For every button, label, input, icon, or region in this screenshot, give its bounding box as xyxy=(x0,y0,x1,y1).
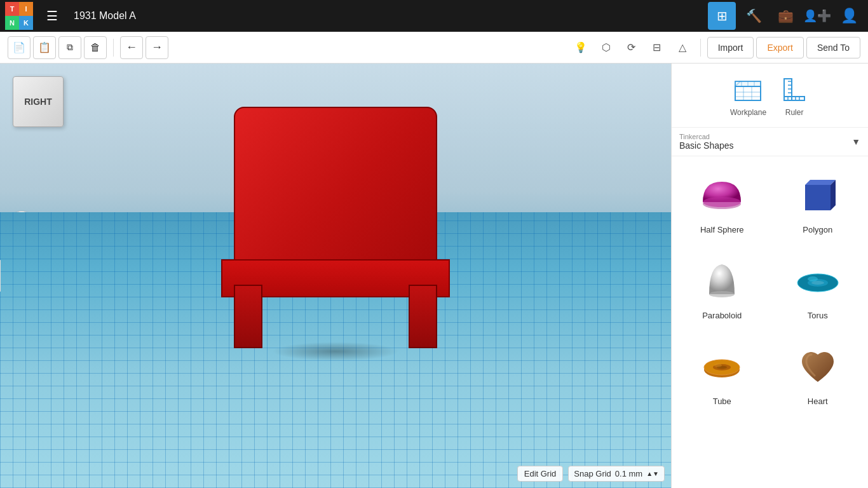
shape-item-heart[interactable]: Heart xyxy=(773,333,864,414)
redo-icon: → xyxy=(151,41,163,54)
svg-rect-0 xyxy=(735,86,761,100)
tools-view-icon: 🔨 xyxy=(746,8,762,24)
svg-point-35 xyxy=(808,276,818,281)
export-button[interactable]: Export xyxy=(756,37,803,58)
shape-item-polygon[interactable]: Polygon xyxy=(773,161,864,242)
selector-category: Tinkercad xyxy=(679,133,846,140)
polygon-label: Polygon xyxy=(803,225,832,234)
briefcase-view-button[interactable]: 💼 xyxy=(771,2,799,30)
svg-marker-27 xyxy=(805,180,836,185)
tube-icon xyxy=(696,341,747,391)
snap-arrow-icon: ▲▼ xyxy=(646,470,659,477)
snap-grid-control[interactable]: Snap Grid 0.1 mm ▲▼ xyxy=(568,466,665,482)
svg-rect-19 xyxy=(784,97,804,100)
view-cube[interactable]: RIGHT xyxy=(13,76,64,127)
ortho-button[interactable]: ⟳ xyxy=(620,36,643,59)
duplicate-icon: ⧉ xyxy=(67,42,73,53)
shape-item-half-sphere[interactable]: Half Sphere xyxy=(677,161,768,242)
header-right: ⊞ 🔨 💼 👤➕ 👤 xyxy=(708,2,863,30)
bottom-bar: Edit Grid Snap Grid 0.1 mm ▲▼ xyxy=(517,466,665,482)
panel-tools: Workplane xyxy=(672,64,868,128)
logo-n: N xyxy=(5,16,19,30)
person-plus-icon: 👤➕ xyxy=(803,9,831,23)
redo-button[interactable]: → xyxy=(146,36,168,59)
align-icon: ⊟ xyxy=(653,41,661,53)
briefcase-view-icon: 💼 xyxy=(778,8,794,24)
ruler-icon xyxy=(779,74,810,104)
viewport[interactable]: RIGHT ⌂ ⤢ + − ◈ xyxy=(0,64,671,488)
selector-value: Basic Shapes xyxy=(679,140,846,151)
tube-label: Tube xyxy=(713,396,731,406)
shapes-grid: Half Sphere xyxy=(672,156,868,488)
ortho-icon: ⟳ xyxy=(627,41,635,53)
chair-shape xyxy=(215,107,456,348)
copy-icon: 📋 xyxy=(38,41,51,53)
snap-grid-label: Snap Grid xyxy=(574,469,611,478)
align-button[interactable]: ⊟ xyxy=(646,36,668,59)
main-area: RIGHT ⌂ ⤢ + − ◈ xyxy=(0,64,868,488)
panel-collapse-button[interactable]: › xyxy=(0,260,1,292)
svg-marker-26 xyxy=(805,185,831,210)
tools-view-button[interactable]: 🔨 xyxy=(740,2,768,30)
workplane-tool[interactable]: Workplane xyxy=(730,74,766,117)
list-view-button[interactable]: ☰ xyxy=(38,2,66,30)
duplicate-button[interactable]: ⧉ xyxy=(58,36,81,59)
half-sphere-label: Half Sphere xyxy=(700,225,744,234)
toolbar-separator-2 xyxy=(700,39,701,57)
logo-i: I xyxy=(19,2,33,16)
profile-button[interactable]: 👤 xyxy=(835,2,863,30)
logo-t: T xyxy=(5,2,19,16)
sendto-button[interactable]: Send To xyxy=(806,37,860,58)
undo-icon: ← xyxy=(126,41,137,54)
undo-button[interactable]: ← xyxy=(120,36,143,59)
right-panel: Workplane xyxy=(671,64,868,488)
avatar-icon: 👤 xyxy=(841,8,858,24)
mirror-icon: △ xyxy=(679,41,686,53)
shape-selector[interactable]: Tinkercad Basic Shapes ▼ xyxy=(672,128,868,156)
perspective-icon: ⬡ xyxy=(602,41,611,53)
workplane-label: Workplane xyxy=(730,108,766,117)
delete-button[interactable]: 🗑 xyxy=(84,36,107,59)
svg-point-41 xyxy=(714,363,722,367)
header: T I N K ☰ 1931 Model A ⊞ 🔨 💼 👤➕ 👤 xyxy=(0,0,868,32)
selector-dropdown-icon: ▼ xyxy=(851,137,860,147)
paraboloid-icon xyxy=(696,255,747,306)
new-icon: 📄 xyxy=(13,41,25,53)
chair-leg-left xyxy=(234,285,262,348)
toolbar: 📄 📋 ⧉ 🗑 ← → 💡 ⬡ ⟳ ⊟ △ Import Export Send… xyxy=(0,32,868,64)
import-button[interactable]: Import xyxy=(707,37,754,58)
3d-model[interactable] xyxy=(215,107,456,348)
list-icon: ☰ xyxy=(46,8,58,24)
mirror-button[interactable]: △ xyxy=(671,36,694,59)
shape-item-torus[interactable]: Torus xyxy=(773,247,864,328)
shape-item-paraboloid[interactable]: Paraboloid xyxy=(677,247,768,328)
logo-k: K xyxy=(19,16,33,30)
paraboloid-label: Paraboloid xyxy=(702,311,742,320)
snap-value: 0.1 mm xyxy=(615,469,642,478)
ruler-label: Ruler xyxy=(785,108,804,117)
heart-icon xyxy=(792,341,843,391)
new-button[interactable]: 📄 xyxy=(8,36,31,59)
view-cube-label: RIGHT xyxy=(13,76,64,127)
shape-item-tube[interactable]: Tube xyxy=(677,333,768,414)
svg-point-30 xyxy=(709,291,735,297)
svg-point-25 xyxy=(703,197,741,207)
toolbar-separator-1 xyxy=(113,39,114,57)
grid-view-button[interactable]: ⊞ xyxy=(708,2,736,30)
add-user-button[interactable]: 👤➕ xyxy=(803,2,831,30)
light-view-button[interactable]: 💡 xyxy=(569,36,592,59)
half-sphere-icon xyxy=(696,169,747,220)
workplane-icon xyxy=(733,74,763,104)
edit-grid-button[interactable]: Edit Grid xyxy=(517,466,564,482)
ruler-tool[interactable]: Ruler xyxy=(779,74,810,117)
torus-icon xyxy=(792,255,843,306)
project-title: 1931 Model A xyxy=(74,10,703,22)
tinkercad-logo: T I N K xyxy=(5,2,33,30)
heart-label: Heart xyxy=(808,396,828,406)
copy-button[interactable]: 📋 xyxy=(33,36,56,59)
chair-leg-right xyxy=(409,285,437,348)
perspective-button[interactable]: ⬡ xyxy=(595,36,618,59)
svg-marker-28 xyxy=(831,180,836,210)
torus-label: Torus xyxy=(808,311,828,320)
grid-view-icon: ⊞ xyxy=(717,8,728,24)
